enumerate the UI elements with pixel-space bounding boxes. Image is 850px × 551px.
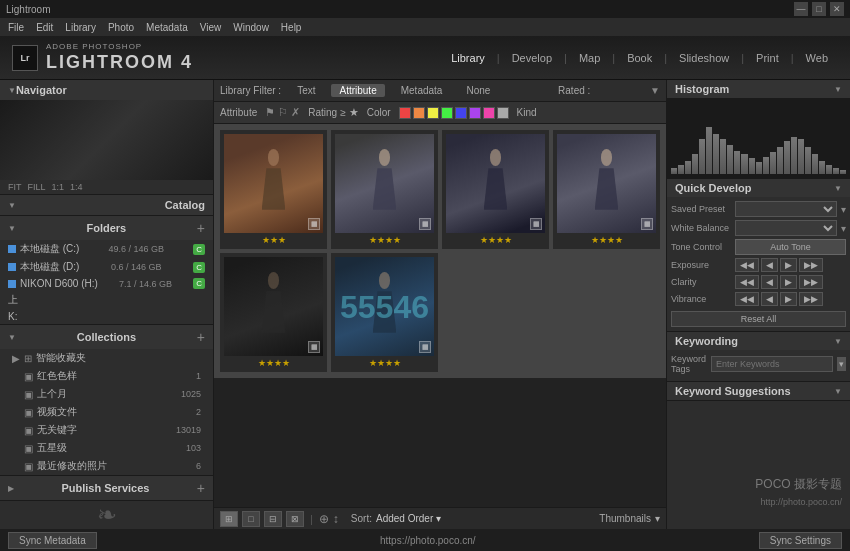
collection-group-smart[interactable]: ▶ ⊞ 智能收藏夹 — [0, 349, 213, 367]
tab-library[interactable]: Library — [441, 48, 495, 68]
collection-no-keyword[interactable]: ▣ 无关键字 13019 — [0, 421, 213, 439]
clarity-dec[interactable]: ◀ — [761, 275, 778, 289]
color-red[interactable] — [399, 107, 411, 119]
filter-tab-text[interactable]: Text — [289, 84, 323, 97]
navigator-header[interactable]: ▼ Navigator — [0, 80, 213, 100]
exposure-dec-dec[interactable]: ◀◀ — [735, 258, 759, 272]
nav-1to1[interactable]: 1:1 — [52, 182, 65, 192]
saved-preset-select[interactable] — [735, 201, 837, 217]
folder-item-c[interactable]: 本地磁盘 (C:) 49.6 / 146 GB C — [0, 240, 213, 258]
vibrance-inc[interactable]: ▶ — [780, 292, 797, 306]
filter-tab-metadata[interactable]: Metadata — [393, 84, 451, 97]
keyword-icon[interactable]: ▾ — [837, 357, 846, 371]
tab-map[interactable]: Map — [569, 48, 610, 68]
collection-recent[interactable]: ▣ 最近修改的照片 6 — [0, 457, 213, 475]
saved-preset-arrow[interactable]: ▾ — [841, 204, 846, 215]
folders-add-button[interactable]: + — [197, 220, 205, 236]
sort-value[interactable]: Added Order ▾ — [376, 513, 441, 524]
filter-tab-attribute[interactable]: Attribute — [331, 84, 384, 97]
vibrance-dec-dec[interactable]: ◀◀ — [735, 292, 759, 306]
clarity-inc[interactable]: ▶ — [780, 275, 797, 289]
filter-expand-icon[interactable]: ▼ — [650, 85, 660, 96]
menu-edit[interactable]: Edit — [36, 22, 53, 33]
catalog-header[interactable]: ▼ Catalog — [0, 195, 213, 215]
collections-header[interactable]: ▼ Collections + — [0, 325, 213, 349]
tab-web[interactable]: Web — [796, 48, 838, 68]
collections-add-button[interactable]: + — [197, 329, 205, 345]
view-survey-button[interactable]: ⊠ — [286, 511, 304, 527]
color-orange[interactable] — [413, 107, 425, 119]
sync-settings-button[interactable]: Sync Settings — [759, 532, 842, 549]
tab-slideshow[interactable]: Slideshow — [669, 48, 739, 68]
minimize-button[interactable]: — — [794, 2, 808, 16]
unflag-icon[interactable]: ⚐ — [278, 106, 288, 119]
menu-photo[interactable]: Photo — [108, 22, 134, 33]
photo-cell-2[interactable]: ▦ ★★★★ — [331, 130, 438, 249]
tab-book[interactable]: Book — [617, 48, 662, 68]
publish-add-button[interactable]: + — [197, 480, 205, 496]
photo-cell-1[interactable]: ▦ ★★★ — [220, 130, 327, 249]
tab-print[interactable]: Print — [746, 48, 789, 68]
histogram-header[interactable]: Histogram ▼ — [667, 80, 850, 98]
toolbar-icon1[interactable]: ⊕ — [319, 512, 329, 526]
view-grid-button[interactable]: ⊞ — [220, 511, 238, 527]
reject-icon[interactable]: ✗ — [291, 106, 300, 119]
reset-all-button[interactable]: Reset All — [671, 311, 846, 327]
clarity-inc-inc[interactable]: ▶▶ — [799, 275, 823, 289]
photo-cell-5[interactable]: ▦ ★★★★ — [220, 253, 327, 372]
window-controls[interactable]: — □ ✕ — [794, 2, 844, 16]
folder-item-up[interactable]: 上 — [0, 291, 213, 309]
folder-item-k[interactable]: K: — [0, 309, 213, 324]
keyword-input[interactable] — [711, 356, 833, 372]
nav-1to4[interactable]: 1:4 — [70, 182, 83, 192]
nav-fit[interactable]: FIT — [8, 182, 22, 192]
color-yellow[interactable] — [427, 107, 439, 119]
collection-video[interactable]: ▣ 视频文件 2 — [0, 403, 213, 421]
view-compare-button[interactable]: ⊟ — [264, 511, 282, 527]
menu-metadata[interactable]: Metadata — [146, 22, 188, 33]
keyword-suggestions-header[interactable]: Keyword Suggestions ▼ — [667, 382, 850, 400]
quick-develop-header[interactable]: Quick Develop ▼ — [667, 179, 850, 197]
collection-five-star[interactable]: ▣ 五星级 103 — [0, 439, 213, 457]
collection-red[interactable]: ▣ 红色色样 1 — [0, 367, 213, 385]
vibrance-dec[interactable]: ◀ — [761, 292, 778, 306]
publish-services-header[interactable]: ▶ Publish Services + — [0, 476, 213, 500]
clarity-dec-dec[interactable]: ◀◀ — [735, 275, 759, 289]
white-balance-arrow[interactable]: ▾ — [841, 223, 846, 234]
photo-cell-3[interactable]: ▦ ★★★★ — [442, 130, 549, 249]
exposure-inc-inc[interactable]: ▶▶ — [799, 258, 823, 272]
menu-view[interactable]: View — [200, 22, 222, 33]
sync-metadata-button[interactable]: Sync Metadata — [8, 532, 97, 549]
white-balance-select[interactable] — [735, 220, 837, 236]
tab-develop[interactable]: Develop — [502, 48, 562, 68]
color-purple[interactable] — [469, 107, 481, 119]
menu-file[interactable]: File — [8, 22, 24, 33]
auto-tone-button[interactable]: Auto Tone — [735, 239, 846, 255]
menu-help[interactable]: Help — [281, 22, 302, 33]
menu-window[interactable]: Window — [233, 22, 269, 33]
color-gray[interactable] — [497, 107, 509, 119]
close-button[interactable]: ✕ — [830, 2, 844, 16]
photo-cell-6[interactable]: 55546 ▦ ★★★★ — [331, 253, 438, 372]
folder-item-h[interactable]: NIKON D600 (H:) 7.1 / 14.6 GB C — [0, 276, 213, 291]
exposure-inc[interactable]: ▶ — [780, 258, 797, 272]
flag-icon[interactable]: ⚑ — [265, 106, 275, 119]
rating-stars[interactable]: ★ — [349, 106, 359, 119]
nav-fill[interactable]: FILL — [28, 182, 46, 192]
color-pink[interactable] — [483, 107, 495, 119]
filter-tab-none[interactable]: None — [458, 84, 498, 97]
keywording-header[interactable]: Keywording ▼ — [667, 332, 850, 350]
thumbnails-slider[interactable]: ▾ — [655, 513, 660, 524]
folders-header[interactable]: ▼ Folders + — [0, 216, 213, 240]
color-blue[interactable] — [455, 107, 467, 119]
view-loupe-button[interactable]: □ — [242, 511, 260, 527]
menu-library[interactable]: Library — [65, 22, 96, 33]
maximize-button[interactable]: □ — [812, 2, 826, 16]
color-green[interactable] — [441, 107, 453, 119]
collection-last-month[interactable]: ▣ 上个月 1025 — [0, 385, 213, 403]
folder-item-d[interactable]: 本地磁盘 (D:) 0.6 / 146 GB C — [0, 258, 213, 276]
photo-cell-4[interactable]: ▦ ★★★★ — [553, 130, 660, 249]
toolbar-icon2[interactable]: ↕ — [333, 512, 339, 526]
vibrance-inc-inc[interactable]: ▶▶ — [799, 292, 823, 306]
exposure-dec[interactable]: ◀ — [761, 258, 778, 272]
